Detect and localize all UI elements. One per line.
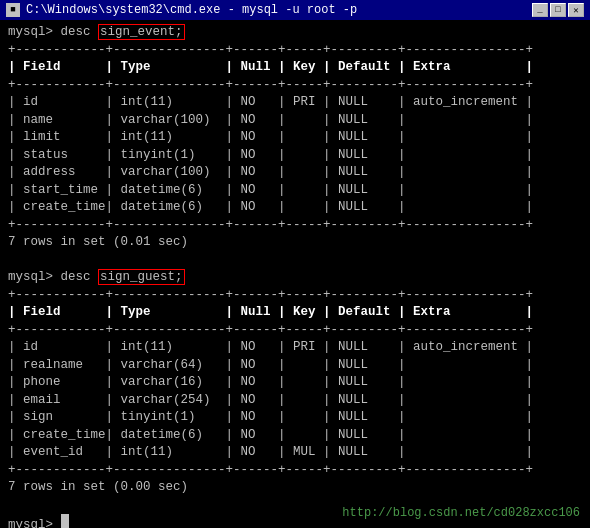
- cursor: [61, 514, 69, 528]
- table-row: | id | int(11) | NO | PRI | NULL | auto_…: [8, 339, 582, 357]
- table-row: | address | varchar(100) | NO | | NULL |…: [8, 164, 582, 182]
- title-bar-left: ■ C:\Windows\system32\cmd.exe - mysql -u…: [6, 3, 357, 17]
- table-header-1: | Field | Type | Null | Key | Default | …: [8, 59, 582, 77]
- title-icon: ■: [6, 3, 20, 17]
- table-row: | start_time | datetime(6) | NO | | NULL…: [8, 182, 582, 200]
- blank-1: [8, 252, 582, 270]
- table-row: | create_time| datetime(6) | NO | | NULL…: [8, 199, 582, 217]
- table-row: | email | varchar(254) | NO | | NULL | |: [8, 392, 582, 410]
- sep-top-2: +------------+---------------+------+---…: [8, 287, 582, 305]
- table-row: | event_id | int(11) | NO | MUL | NULL |…: [8, 444, 582, 462]
- title-bar: ■ C:\Windows\system32\cmd.exe - mysql -u…: [0, 0, 590, 20]
- sep-mid-1: +------------+---------------+------+---…: [8, 77, 582, 95]
- table-row: | limit | int(11) | NO | | NULL | |: [8, 129, 582, 147]
- table-header-2: | Field | Type | Null | Key | Default | …: [8, 304, 582, 322]
- title-controls: _ □ ✕: [532, 3, 584, 17]
- title-text: C:\Windows\system32\cmd.exe - mysql -u r…: [26, 3, 357, 17]
- table-row: | realname | varchar(64) | NO | | NULL |…: [8, 357, 582, 375]
- sep-bot-2: +------------+---------------+------+---…: [8, 462, 582, 480]
- table-row: | phone | varchar(16) | NO | | NULL | |: [8, 374, 582, 392]
- prompt-line-1: mysql> desc sign_event;: [8, 24, 582, 42]
- sep-mid-2: +------------+---------------+------+---…: [8, 322, 582, 340]
- command-highlight-2: sign_guest;: [98, 269, 185, 285]
- table-row: | sign | tinyint(1) | NO | | NULL | |: [8, 409, 582, 427]
- command-highlight-1: sign_event;: [98, 24, 185, 40]
- table-row: | create_time| datetime(6) | NO | | NULL…: [8, 427, 582, 445]
- minimize-button[interactable]: _: [532, 3, 548, 17]
- sep-bot-1: +------------+---------------+------+---…: [8, 217, 582, 235]
- table-row: | id | int(11) | NO | PRI | NULL | auto_…: [8, 94, 582, 112]
- terminal: mysql> desc sign_event; +------------+--…: [0, 20, 590, 528]
- watermark: http://blog.csdn.net/cd028zxcc106: [342, 506, 580, 520]
- maximize-button[interactable]: □: [550, 3, 566, 17]
- result-2: 7 rows in set (0.00 sec): [8, 479, 582, 497]
- table-row: | name | varchar(100) | NO | | NULL | |: [8, 112, 582, 130]
- table-row: | status | tinyint(1) | NO | | NULL | |: [8, 147, 582, 165]
- close-button[interactable]: ✕: [568, 3, 584, 17]
- prompt-line-2: mysql> desc sign_guest;: [8, 269, 582, 287]
- result-1: 7 rows in set (0.01 sec): [8, 234, 582, 252]
- sep-top-1: +------------+---------------+------+---…: [8, 42, 582, 60]
